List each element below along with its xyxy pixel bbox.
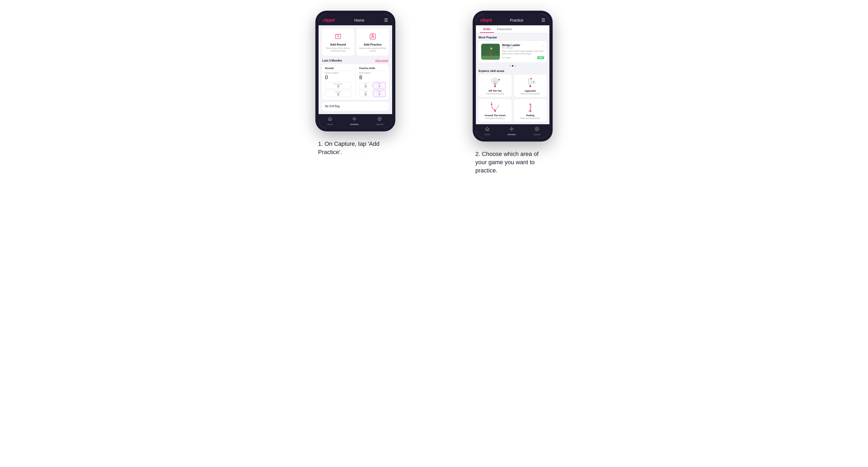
nav-capture-label: Capture [376, 123, 383, 126]
svg-point-8 [490, 48, 492, 50]
phone2-screen: clippd Practice ☰ Drills Favourites Most… [476, 14, 550, 138]
rounds-mini-stats: Tournament 0 [325, 82, 352, 89]
phone1-header: clippd Home ☰ [318, 14, 392, 25]
skill-approach[interactable]: Approach Dial-in to hit the green [514, 75, 547, 97]
cards-row: Add Round Record your shots fast or enha… [322, 29, 389, 56]
svg-point-22 [495, 77, 496, 79]
tournament-box: Tournament 0 [325, 82, 352, 89]
dot-3 [515, 65, 516, 67]
featured-footer: ◷ 9 shots APP [502, 56, 544, 59]
shots-badge: ◷ 9 shots [502, 57, 510, 59]
dot-1 [509, 65, 511, 67]
nav-capture[interactable]: Capture [376, 117, 383, 126]
drills-mini-row1: OTT 0 APP 4 [359, 82, 386, 89]
svg-line-15 [491, 80, 495, 86]
svg-point-26 [528, 78, 529, 79]
nav2-capture-label: Capture [533, 133, 540, 136]
phone2-menu-icon[interactable]: ☰ [541, 18, 545, 23]
capture-icon [377, 117, 382, 123]
activities2-icon [509, 127, 514, 133]
svg-point-39 [511, 128, 513, 130]
svg-point-2 [372, 35, 373, 37]
add-practice-title: Add Practice [364, 43, 381, 46]
app-badge: APP [537, 56, 544, 59]
view-activity-link[interactable]: View Activity [375, 59, 389, 62]
svg-point-24 [498, 79, 500, 81]
rounds-col: Rounds Rounds Capture 0 Tournament 0 [325, 67, 352, 97]
add-round-card[interactable]: Add Round Record your shots fast or enha… [322, 29, 354, 56]
nav2-activities-label: Activities [507, 133, 516, 136]
nav-home-label: Home [327, 123, 333, 126]
skill-grid: Off The Tee Power and accuracy [478, 75, 547, 122]
golf-bag-row[interactable]: My Golf Bag › [322, 102, 389, 111]
featured-yds: 50–100 yds [502, 46, 520, 49]
atg-title: Around The Green [485, 114, 505, 117]
svg-point-29 [533, 82, 534, 83]
page-container: clippd Home ☰ [287, 11, 581, 175]
svg-point-23 [496, 78, 497, 79]
svg-point-30 [494, 110, 496, 112]
drills-capture-label: Drills Capture [359, 72, 386, 74]
favorite-star-icon[interactable]: ☆ [541, 44, 544, 48]
nav-activities-label: Activities [350, 123, 359, 126]
atg-desc: Hone your short game [485, 117, 505, 119]
putting-title: Putting [526, 114, 534, 117]
svg-point-31 [491, 104, 492, 105]
nav2-home[interactable]: Home [485, 127, 490, 136]
featured-title-row: Wedge Ladder 50–100 yds ☆ [502, 44, 544, 50]
putting-skill-icon [524, 101, 537, 113]
tab-favourites[interactable]: Favourites [494, 25, 515, 33]
skill-atg[interactable]: Around The Green Hone your short game [478, 99, 512, 122]
add-practice-icon [368, 32, 377, 41]
rounds-total: 0 [325, 74, 352, 81]
phone2-section: clippd Practice ☰ Drills Favourites Most… [445, 11, 581, 175]
svg-point-3 [372, 34, 373, 35]
phone2-title: Practice [510, 18, 524, 22]
add-round-icon [333, 32, 343, 41]
phone1-logo: clippd [323, 18, 335, 23]
featured-title-wrap: Wedge Ladder 50–100 yds [502, 44, 520, 50]
skill-ott[interactable]: Off The Tee Power and accuracy [478, 75, 512, 97]
putting-desc: Make and lag practice [520, 117, 540, 119]
svg-line-19 [495, 80, 499, 86]
svg-point-4 [353, 118, 355, 120]
tabs-row: Drills Favourites [476, 25, 550, 33]
phone1-screen: clippd Home ☰ [318, 14, 392, 128]
nav2-capture[interactable]: Capture [533, 127, 540, 136]
activities-icon [352, 117, 357, 123]
featured-desc: Play 1 shot at each target yardage. If y… [502, 50, 544, 55]
phone2-header: clippd Practice ☰ [476, 14, 550, 25]
featured-title: Wedge Ladder [502, 44, 520, 46]
add-practice-card[interactable]: Add Practice Capture your practice off-t… [356, 29, 389, 56]
phone1-frame: clippd Home ☰ [315, 11, 395, 131]
home-icon [328, 117, 333, 123]
drills-col: Practice Drills Drills Capture 8 OTT 0 [359, 67, 386, 97]
ott-skill-icon [488, 77, 502, 89]
nav-home[interactable]: Home [327, 117, 333, 126]
last-months-header: Last 3 Months View Activity [322, 59, 389, 62]
drills-col-title: Practice Drills [359, 67, 386, 71]
phone1-bottom-nav: Home Activities [318, 114, 392, 128]
phone1-menu-icon[interactable]: ☰ [384, 18, 388, 23]
tab-drills[interactable]: Drills [480, 25, 494, 33]
svg-point-20 [491, 79, 492, 80]
featured-image [481, 44, 500, 60]
svg-rect-7 [481, 56, 500, 60]
featured-card[interactable]: Wedge Ladder 50–100 yds ☆ Play 1 shot at… [478, 41, 547, 62]
tournament-value: 0 [326, 85, 350, 88]
home2-icon [485, 127, 490, 133]
svg-point-25 [529, 86, 531, 87]
dot-2 [512, 65, 514, 67]
app-value: 4 [374, 85, 384, 88]
ott-title: Off The Tee [489, 90, 502, 92]
practice-box: Practice 0 [325, 90, 352, 97]
atg-skill-icon [488, 101, 502, 113]
nav2-activities[interactable]: Activities [507, 127, 516, 136]
skill-putting[interactable]: Putting Make and lag practice [514, 99, 547, 122]
capture2-icon [534, 127, 539, 133]
phone1-title: Home [354, 18, 364, 22]
practice-body: Most Popular [476, 33, 550, 124]
nav-activities[interactable]: Activities [350, 117, 359, 126]
phone1-section: clippd Home ☰ [287, 11, 423, 156]
approach-skill-icon [524, 77, 537, 89]
